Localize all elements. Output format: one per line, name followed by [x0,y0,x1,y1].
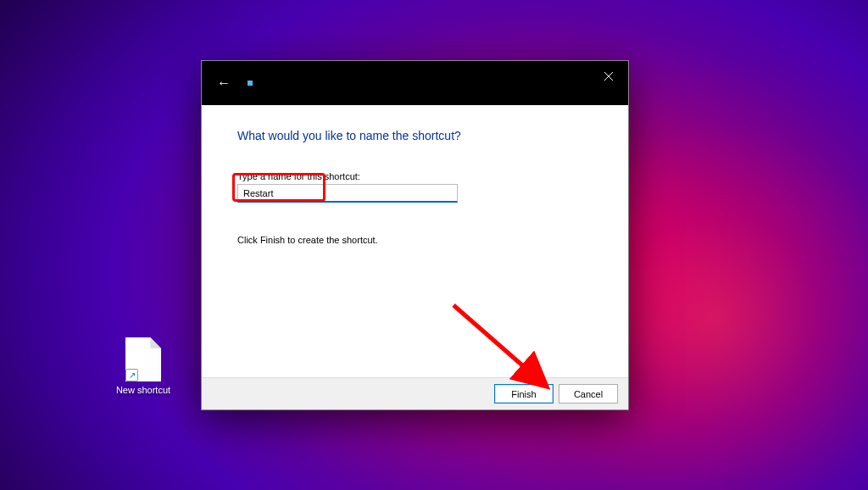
cancel-button[interactable]: Cancel [559,384,618,404]
wizard-footer: Finish Cancel [202,377,628,409]
shortcut-name-input[interactable] [237,184,458,203]
create-shortcut-wizard: ← What would you like to name the shortc… [201,60,629,410]
desktop-shortcut-label: New shortcut [113,385,174,396]
wizard-heading: What would you like to name the shortcut… [237,129,593,142]
file-icon: ↗ [125,337,161,381]
wizard-titlebar[interactable]: ← [202,61,628,105]
finish-button[interactable]: Finish [494,384,554,404]
close-button[interactable] [589,61,628,92]
wizard-icon [248,81,253,86]
close-icon [604,72,613,81]
back-button[interactable]: ← [202,75,246,91]
wizard-content: What would you like to name the shortcut… [202,105,628,377]
shortcut-name-label: Type a name for this shortcut: [237,171,593,181]
wizard-hint: Click Finish to create the shortcut. [237,235,593,245]
desktop-shortcut-icon[interactable]: ↗ New shortcut [113,337,174,396]
shortcut-overlay-arrow-icon: ↗ [125,369,138,381]
shortcut-name-input-wrap [237,184,458,203]
